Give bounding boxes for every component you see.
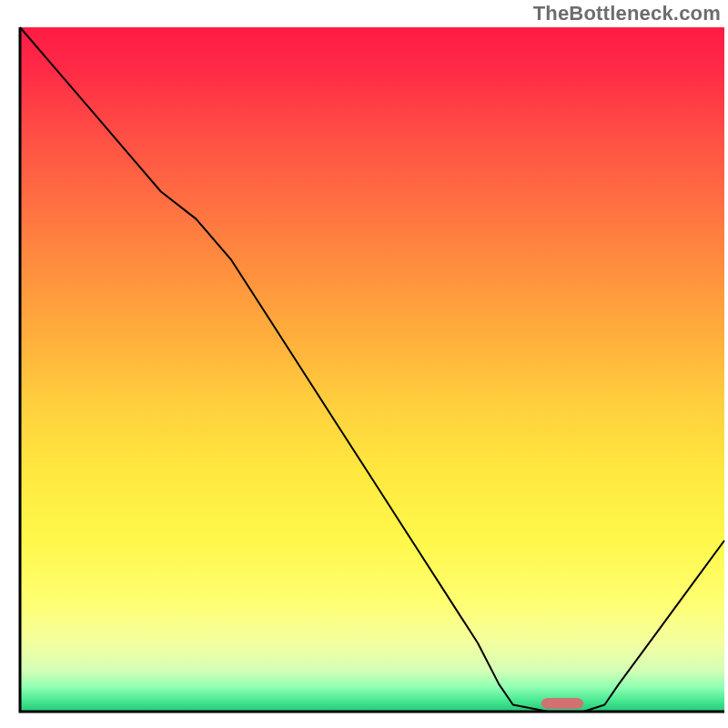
optimal-marker [541,698,583,709]
chart-container: TheBottleneck.com [0,0,728,728]
bottleneck-chart [0,0,728,728]
plot-background [20,27,724,712]
